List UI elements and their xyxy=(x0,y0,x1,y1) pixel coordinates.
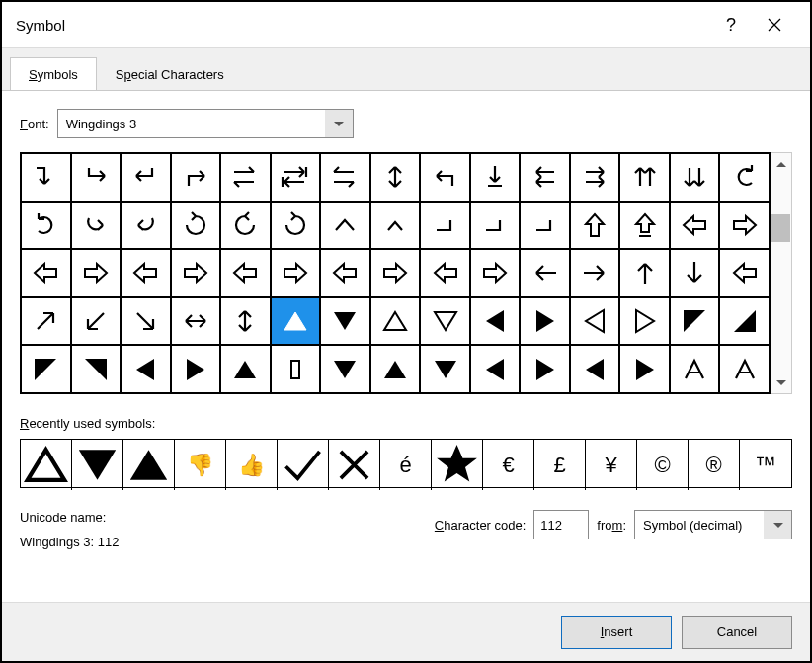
tab-symbols[interactable]: Symbols xyxy=(10,57,97,91)
symbol-cell[interactable] xyxy=(670,153,720,202)
symbol-cell[interactable] xyxy=(619,297,670,346)
symbol-cell[interactable] xyxy=(670,297,720,346)
symbol-cell[interactable] xyxy=(420,202,470,250)
symbol-cell[interactable] xyxy=(71,202,122,250)
recent-symbol-cell[interactable]: © xyxy=(637,440,689,490)
symbol-cell[interactable] xyxy=(21,249,71,297)
recent-symbol-cell[interactable] xyxy=(432,440,483,490)
recent-symbol-cell[interactable]: ® xyxy=(689,440,740,490)
symbol-cell[interactable] xyxy=(520,202,570,250)
symbol-cell[interactable] xyxy=(171,153,221,202)
symbol-cell[interactable] xyxy=(320,297,370,346)
from-select[interactable]: Symbol (decimal) xyxy=(634,510,792,539)
symbol-cell[interactable] xyxy=(171,249,221,297)
recent-symbol-cell[interactable] xyxy=(72,440,123,490)
font-select-button[interactable] xyxy=(325,110,353,137)
symbol-cell[interactable] xyxy=(320,345,370,393)
symbol-cell[interactable] xyxy=(570,153,620,202)
symbol-cell[interactable] xyxy=(320,249,370,297)
symbol-cell[interactable] xyxy=(71,153,122,202)
symbol-cell[interactable] xyxy=(271,297,321,346)
symbol-cell[interactable] xyxy=(220,345,271,393)
symbol-cell[interactable] xyxy=(370,297,421,346)
recent-symbols-grid[interactable]: 👎👍é€£¥©®™ xyxy=(20,439,792,488)
symbol-cell[interactable] xyxy=(121,297,171,346)
symbol-cell[interactable] xyxy=(470,153,521,202)
symbol-cell[interactable] xyxy=(570,297,620,346)
recent-symbol-cell[interactable]: € xyxy=(483,440,534,490)
symbol-cell[interactable] xyxy=(570,202,620,250)
symbol-cell[interactable] xyxy=(670,345,720,393)
recent-symbol-cell[interactable]: 👎 xyxy=(175,440,226,490)
symbol-cell[interactable] xyxy=(619,202,670,250)
recent-symbol-cell[interactable] xyxy=(278,440,329,490)
grid-scrollbar[interactable] xyxy=(771,152,792,394)
symbol-cell[interactable] xyxy=(619,345,670,393)
charcode-input[interactable] xyxy=(533,510,589,539)
symbol-cell[interactable] xyxy=(570,249,620,297)
recent-symbol-cell[interactable] xyxy=(21,440,72,490)
symbol-cell[interactable] xyxy=(271,345,321,393)
close-button[interactable] xyxy=(753,3,796,46)
symbol-cell[interactable] xyxy=(420,345,470,393)
symbol-cell[interactable] xyxy=(171,297,221,346)
symbol-cell[interactable] xyxy=(370,153,421,202)
symbol-cell[interactable] xyxy=(719,345,770,393)
symbol-cell[interactable] xyxy=(370,202,421,250)
symbol-cell[interactable] xyxy=(719,153,770,202)
symbol-cell[interactable] xyxy=(719,249,770,297)
symbol-grid[interactable] xyxy=(20,152,771,394)
symbol-cell[interactable] xyxy=(220,297,271,346)
symbol-cell[interactable] xyxy=(21,153,71,202)
symbol-cell[interactable] xyxy=(71,297,122,346)
symbol-cell[interactable] xyxy=(21,202,71,250)
symbol-cell[interactable] xyxy=(619,249,670,297)
symbol-cell[interactable] xyxy=(619,153,670,202)
symbol-cell[interactable] xyxy=(121,345,171,393)
symbol-cell[interactable] xyxy=(71,345,122,393)
recent-symbol-cell[interactable]: £ xyxy=(534,440,586,490)
recent-symbol-cell[interactable] xyxy=(329,440,380,490)
symbol-cell[interactable] xyxy=(121,249,171,297)
symbol-cell[interactable] xyxy=(470,249,521,297)
symbol-cell[interactable] xyxy=(670,249,720,297)
symbol-cell[interactable] xyxy=(121,153,171,202)
symbol-cell[interactable] xyxy=(21,297,71,346)
insert-button[interactable]: Insert xyxy=(561,616,672,649)
symbol-cell[interactable] xyxy=(420,249,470,297)
symbol-cell[interactable] xyxy=(520,249,570,297)
symbol-cell[interactable] xyxy=(271,202,321,250)
symbol-cell[interactable] xyxy=(520,153,570,202)
recent-symbol-cell[interactable]: ¥ xyxy=(586,440,637,490)
symbol-cell[interactable] xyxy=(370,249,421,297)
symbol-cell[interactable] xyxy=(220,202,271,250)
symbol-cell[interactable] xyxy=(470,345,521,393)
scrollbar-track[interactable] xyxy=(771,175,791,372)
recent-symbol-cell[interactable]: é xyxy=(380,440,432,490)
symbol-cell[interactable] xyxy=(470,297,521,346)
symbol-cell[interactable] xyxy=(220,153,271,202)
symbol-cell[interactable] xyxy=(570,345,620,393)
scrollbar-up[interactable] xyxy=(771,153,791,175)
tab-special-characters[interactable]: Special Characters xyxy=(97,57,243,91)
symbol-cell[interactable] xyxy=(470,202,521,250)
symbol-cell[interactable] xyxy=(520,297,570,346)
recent-symbol-cell[interactable]: ™ xyxy=(740,440,791,490)
help-button[interactable]: ? xyxy=(709,3,753,46)
scrollbar-thumb[interactable] xyxy=(771,214,790,242)
symbol-cell[interactable] xyxy=(121,202,171,250)
symbol-cell[interactable] xyxy=(670,202,720,250)
symbol-cell[interactable] xyxy=(171,345,221,393)
symbol-cell[interactable] xyxy=(370,345,421,393)
font-select[interactable]: Wingdings 3 xyxy=(57,109,354,138)
symbol-cell[interactable] xyxy=(420,153,470,202)
symbol-cell[interactable] xyxy=(320,202,370,250)
symbol-cell[interactable] xyxy=(320,153,370,202)
cancel-button[interactable]: Cancel xyxy=(682,616,792,649)
symbol-cell[interactable] xyxy=(420,297,470,346)
symbol-cell[interactable] xyxy=(719,297,770,346)
symbol-cell[interactable] xyxy=(71,249,122,297)
symbol-cell[interactable] xyxy=(220,249,271,297)
symbol-cell[interactable] xyxy=(271,153,321,202)
scrollbar-down[interactable] xyxy=(771,372,791,393)
